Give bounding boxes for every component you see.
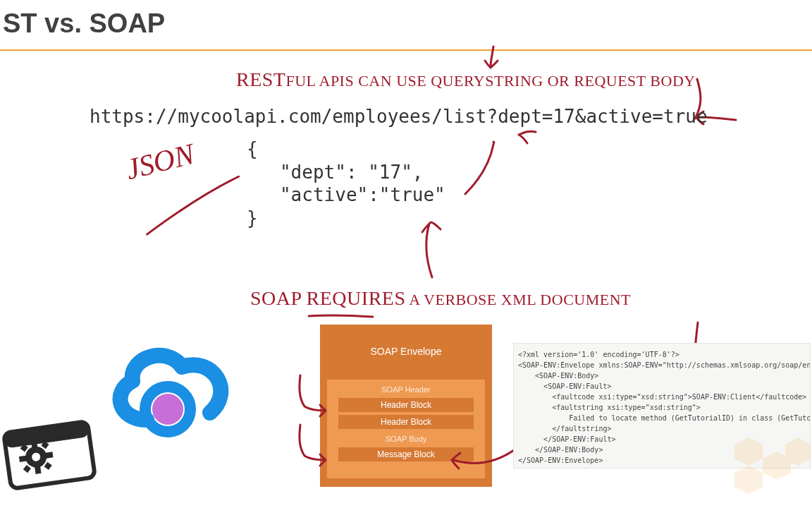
arrow-down-to-querystring	[485, 45, 506, 76]
divider	[0, 49, 812, 51]
soap-caption: SOAP REQUIRES A VERBOSE XML DOCUMENT	[250, 287, 631, 310]
arrow-xml-to-envelope	[449, 447, 519, 478]
svg-rect-7	[35, 466, 41, 474]
soap-header-section: SOAP Header Header Block Header Block	[331, 384, 481, 429]
svg-marker-16	[734, 466, 763, 494]
json-underline	[137, 175, 250, 244]
hex-decoration	[727, 430, 812, 501]
svg-point-0	[152, 394, 183, 425]
rest-caption: RESTFUL APIS CAN USE QUERYSTRING OR REQU…	[236, 68, 696, 91]
gear-card-icon	[0, 413, 102, 497]
svg-rect-8	[19, 456, 27, 462]
arrow-to-body-block	[295, 423, 337, 476]
slide: ST vs. SOAP RESTFUL APIS CAN USE QUERYST…	[0, 0, 812, 508]
header-block-1: Header Block	[338, 398, 474, 412]
arrow-json-to-url-1	[451, 131, 550, 204]
json-label: JSON	[123, 137, 198, 186]
cloud-icon	[104, 335, 238, 455]
svg-marker-14	[734, 437, 763, 466]
svg-rect-9	[45, 452, 53, 458]
slide-title: ST vs. SOAP	[3, 8, 165, 39]
svg-rect-6	[31, 440, 37, 447]
arrow-to-header-block	[295, 374, 337, 426]
header-block-2: Header Block	[338, 415, 474, 429]
soap-requires-underline	[307, 309, 374, 322]
json-body: { "dept": "17", "active":"true" }	[247, 138, 445, 229]
envelope-title: SOAP Envelope	[320, 325, 492, 357]
arrow-up-to-json	[419, 215, 455, 282]
rest-url: https://mycoolapi.com/employees/list?dep…	[90, 106, 708, 127]
